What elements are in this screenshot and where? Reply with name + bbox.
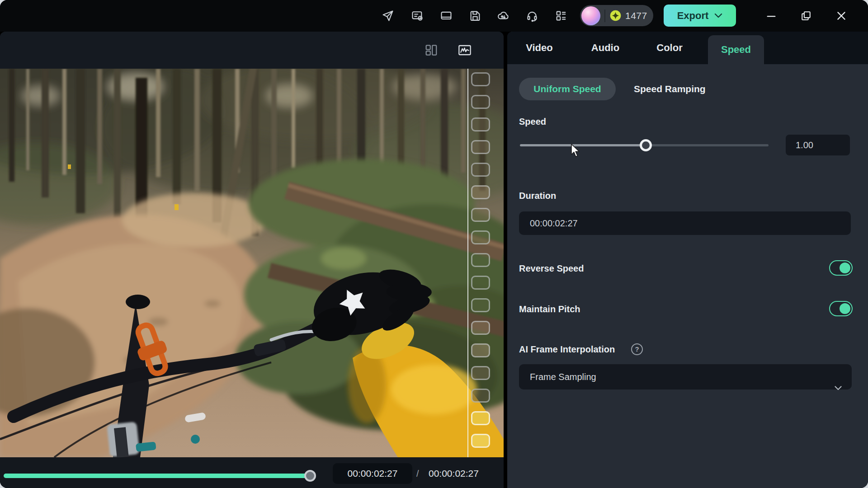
speed-slider-track-left[interactable] — [520, 144, 646, 146]
maintain-pitch-label: Maintain Pitch — [519, 302, 580, 316]
video-preview-frame[interactable] — [0, 69, 504, 457]
filmstrip[interactable] — [471, 72, 490, 448]
speed-ramping-button[interactable]: Speed Ramping — [634, 78, 706, 100]
total-duration-display: 00:00:02:27 — [429, 463, 479, 484]
app-frame: 1477 Export — [0, 0, 868, 488]
video-scene — [0, 69, 504, 457]
filmstrip-separator-line — [467, 69, 468, 457]
dropdown-selected-value: Frame Sampling — [530, 372, 596, 382]
support-headset-icon[interactable] — [526, 9, 538, 22]
tab-video[interactable]: Video — [512, 32, 566, 64]
playback-bar: 00:00:02:27 / 00:00:02:27 — [0, 457, 504, 488]
speed-slider-track-right[interactable] — [646, 144, 769, 146]
help-icon[interactable]: ? — [631, 343, 643, 355]
grid-view-icon[interactable] — [424, 43, 439, 57]
duration-input[interactable]: 00:00:02:27 — [519, 211, 851, 235]
export-chevron-down-icon — [714, 13, 722, 19]
playback-progress-bar[interactable] — [4, 474, 312, 478]
title-bar: 1477 Export — [0, 0, 868, 32]
apps-grid-icon[interactable] — [555, 9, 567, 22]
inspector-panel: Video Audio Color Speed Uniform Speed Sp… — [507, 32, 868, 488]
export-button-label: Export — [677, 10, 709, 22]
current-time-display[interactable]: 00:00:02:27 — [333, 463, 412, 484]
chevron-down-icon — [835, 375, 842, 379]
filmstrip-frame[interactable] — [471, 208, 490, 222]
filmstrip-frame[interactable] — [471, 343, 490, 357]
export-button[interactable]: Export — [664, 5, 736, 27]
tab-audio[interactable]: Audio — [578, 32, 632, 64]
filmstrip-frame[interactable] — [471, 389, 490, 403]
filmstrip-frame[interactable] — [471, 72, 490, 86]
toggle-knob — [840, 303, 850, 314]
reverse-speed-label: Reverse Speed — [519, 261, 584, 276]
close-button[interactable] — [835, 9, 848, 22]
inspector-tab-bar: Video Audio Color Speed — [507, 32, 868, 64]
user-avatar[interactable] — [581, 6, 600, 25]
tab-color[interactable]: Color — [642, 32, 697, 64]
application-window: 1477 Export — [0, 0, 868, 488]
filmstrip-frame[interactable] — [471, 117, 490, 131]
reverse-speed-toggle[interactable] — [829, 260, 853, 276]
preview-header — [0, 32, 504, 69]
filmstrip-frame[interactable] — [471, 366, 490, 380]
filmstrip-frame[interactable] — [471, 185, 490, 199]
maintain-pitch-toggle[interactable] — [829, 301, 853, 316]
speed-label: Speed — [519, 115, 546, 128]
filmstrip-frame[interactable] — [471, 253, 490, 267]
filmstrip-frame[interactable] — [471, 276, 490, 290]
share-icon[interactable] — [382, 9, 394, 22]
filmstrip-frame[interactable] — [471, 230, 490, 244]
cloud-sync-icon[interactable] — [497, 9, 509, 22]
display-icon[interactable] — [440, 9, 453, 22]
credits-count: 1477 — [625, 10, 647, 21]
filmstrip-frame[interactable] — [471, 321, 490, 335]
speed-value-input[interactable]: 1.00 — [786, 135, 850, 155]
ai-frame-interpolation-dropdown[interactable]: Frame Sampling — [519, 364, 852, 389]
playhead-knob[interactable] — [304, 470, 316, 482]
account-divider — [604, 9, 605, 22]
minimize-button[interactable] — [765, 9, 778, 22]
filmstrip-frame[interactable] — [471, 411, 490, 425]
speed-slider-knob[interactable] — [640, 139, 652, 151]
filmstrip-frame[interactable] — [471, 95, 490, 109]
waveform-monitor-icon[interactable] — [458, 43, 472, 57]
ai-frame-interpolation-label: AI Frame Interpolation — [519, 343, 615, 356]
account-area[interactable]: 1477 — [580, 5, 653, 26]
time-separator: / — [416, 463, 419, 484]
restore-window-button[interactable] — [800, 9, 812, 22]
toggle-knob — [840, 263, 850, 273]
filmstrip-frame[interactable] — [471, 140, 490, 154]
filmstrip-frame[interactable] — [471, 163, 490, 177]
filmstrip-frame[interactable] — [471, 434, 490, 448]
duration-label: Duration — [519, 189, 556, 202]
save-icon[interactable] — [469, 9, 481, 22]
uniform-speed-button[interactable]: Uniform Speed — [519, 78, 616, 100]
filmstrip-frame[interactable] — [471, 298, 490, 312]
tab-speed[interactable]: Speed — [708, 35, 764, 64]
preview-panel: 00:00:02:27 / 00:00:02:27 — [0, 32, 504, 488]
project-list-icon[interactable] — [411, 9, 424, 22]
credits-coin-icon — [609, 9, 622, 22]
